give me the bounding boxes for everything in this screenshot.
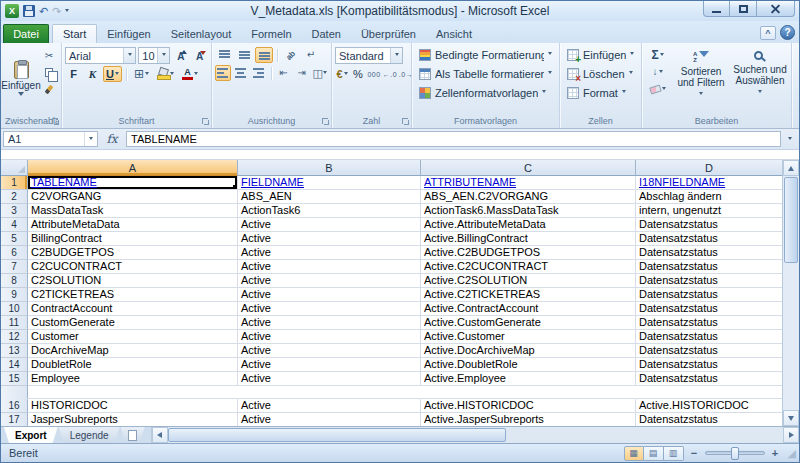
fill-button[interactable]: ↓	[645, 64, 670, 80]
font-color-button[interactable]: A	[179, 66, 201, 82]
scroll-right-button[interactable]	[783, 427, 799, 443]
cell-B14[interactable]: Active	[238, 358, 421, 372]
cell-C7[interactable]: Active.C2CUCONTRACT	[421, 260, 636, 274]
zoom-out-button[interactable]: −	[688, 447, 701, 460]
cell-C9[interactable]: Active.C2TICKETREAS	[421, 288, 636, 302]
tab-daten[interactable]: Daten	[302, 24, 351, 43]
cell-B5[interactable]: Active	[238, 232, 421, 246]
increase-indent-button[interactable]: ⇥	[294, 65, 310, 81]
font-name-combo[interactable]: Arial	[65, 47, 136, 64]
align-top-button[interactable]	[215, 47, 233, 63]
vertical-scrollbar-thumb[interactable]	[784, 177, 798, 263]
qat-dropdown-icon[interactable]	[65, 9, 69, 14]
name-box-dropdown[interactable]	[84, 132, 97, 146]
cell-D1[interactable]: I18NFIELDNAME	[636, 176, 782, 190]
cell-D14[interactable]: Datensatzstatus	[636, 358, 782, 372]
minimize-ribbon-button[interactable]: ^	[760, 26, 776, 40]
borders-button[interactable]: ⊞	[131, 66, 152, 82]
align-center-button[interactable]	[233, 65, 249, 81]
orientation-button[interactable]: ab	[282, 47, 300, 63]
underline-button[interactable]: U	[103, 66, 122, 82]
cell-B11[interactable]: Active	[238, 316, 421, 330]
cell-A7[interactable]: C2CUCONTRACT	[28, 260, 238, 274]
comma-style-button[interactable]: 000	[367, 66, 381, 82]
copy-button[interactable]	[39, 65, 59, 80]
tab-einfuegen[interactable]: Einfügen	[97, 24, 160, 43]
scroll-left-button[interactable]	[152, 427, 168, 443]
cell-D8[interactable]: Datensatzstatus	[636, 274, 782, 288]
cell-A17[interactable]: JasperSubreports	[28, 413, 238, 426]
tab-ueberpruefen[interactable]: Überprüfen	[351, 24, 426, 43]
minimize-button[interactable]	[703, 1, 730, 17]
row-header-6[interactable]: 6	[1, 246, 28, 260]
align-middle-button[interactable]	[235, 47, 253, 63]
row-header-4[interactable]: 4	[1, 218, 28, 232]
align-bottom-button[interactable]	[255, 47, 273, 63]
cell-D11[interactable]: Datensatzstatus	[636, 316, 782, 330]
formula-input[interactable]: TABLENAME	[126, 131, 781, 147]
row-header-1[interactable]: 1	[1, 176, 28, 190]
cell-D12[interactable]: Datensatzstatus	[636, 330, 782, 344]
row-header-10[interactable]: 10	[1, 302, 28, 316]
row-header-2[interactable]: 2	[1, 190, 28, 204]
cell-C5[interactable]: Active.BillingContract	[421, 232, 636, 246]
accounting-format-button[interactable]: €	[335, 66, 349, 82]
cell-C14[interactable]: Active.DoubletRole	[421, 358, 636, 372]
maximize-button[interactable]	[730, 1, 757, 17]
cell-C4[interactable]: Active.AttributeMetaData	[421, 218, 636, 232]
cell-A16[interactable]: HISTORICDOC	[28, 399, 238, 413]
zoom-slider[interactable]	[705, 451, 765, 455]
select-all-corner[interactable]	[1, 160, 28, 176]
scroll-up-button[interactable]	[783, 160, 799, 176]
normal-view-button[interactable]: ▦	[624, 446, 644, 461]
tab-start[interactable]: Start	[52, 24, 97, 43]
page-break-view-button[interactable]: ▥	[664, 446, 684, 461]
cell-C12[interactable]: Active.Customer	[421, 330, 636, 344]
cell-A14[interactable]: DoubletRole	[28, 358, 238, 372]
sheet-tab-export[interactable]: Export	[4, 427, 58, 443]
dialog-launcher-icon[interactable]	[401, 117, 410, 126]
cell-A11[interactable]: CustomGenerate	[28, 316, 238, 330]
cell-D9[interactable]: Datensatzstatus	[636, 288, 782, 302]
cell-C1[interactable]: ATTRIBUTENAME	[421, 176, 636, 190]
cell-A15[interactable]: Employee	[28, 372, 238, 386]
font-size-combo[interactable]: 10	[138, 47, 170, 64]
font-name-dropdown[interactable]	[123, 48, 135, 63]
row-header-9[interactable]: 9	[1, 288, 28, 302]
cell-B10[interactable]: Active	[238, 302, 421, 316]
format-cells-button[interactable]: Format	[563, 83, 638, 102]
column-header-d[interactable]: D	[636, 160, 782, 176]
cell-C6[interactable]: Active.C2BUDGETPOS	[421, 246, 636, 260]
dialog-launcher-icon[interactable]	[321, 117, 330, 126]
column-header-a[interactable]: A	[28, 160, 238, 176]
zoom-in-button[interactable]: +	[769, 447, 782, 460]
cut-button[interactable]: ✂	[39, 48, 59, 63]
tab-ansicht[interactable]: Ansicht	[426, 24, 482, 43]
row-header-3[interactable]: 3	[1, 204, 28, 218]
horizontal-scrollbar-thumb[interactable]	[168, 428, 506, 442]
number-format-combo[interactable]: Standard	[335, 47, 403, 64]
conditional-formatting-button[interactable]: Bedingte Formatierung	[415, 45, 556, 64]
cell-A12[interactable]: Customer	[28, 330, 238, 344]
excel-app-icon[interactable]	[5, 4, 19, 18]
cell-D2[interactable]: Abschlag ändern	[636, 190, 782, 204]
wrap-text-button[interactable]: ↵	[302, 47, 320, 63]
cell-D13[interactable]: Datensatzstatus	[636, 344, 782, 358]
cell-B16[interactable]: Active	[238, 399, 421, 413]
cell-B6[interactable]: Active	[238, 246, 421, 260]
tab-datei[interactable]: Datei	[3, 24, 49, 43]
column-header-b[interactable]: B	[238, 160, 421, 176]
row-header-8[interactable]: 8	[1, 274, 28, 288]
format-as-table-button[interactable]: Als Tabelle formatieren	[415, 64, 556, 83]
row-header-13[interactable]: 13	[1, 344, 28, 358]
decrease-decimal-button[interactable]: .0→	[399, 66, 413, 82]
cell-A9[interactable]: C2TICKETREAS	[28, 288, 238, 302]
clear-button[interactable]	[645, 81, 670, 97]
undo-icon[interactable]: ↶	[39, 5, 48, 17]
grow-font-button[interactable]: A	[172, 48, 189, 64]
cell-A5[interactable]: BillingContract	[28, 232, 238, 246]
fill-color-button[interactable]	[154, 66, 177, 82]
help-icon[interactable]: ?	[780, 25, 795, 40]
dialog-launcher-icon[interactable]	[201, 117, 210, 126]
row-header-15[interactable]: 15	[1, 372, 28, 386]
